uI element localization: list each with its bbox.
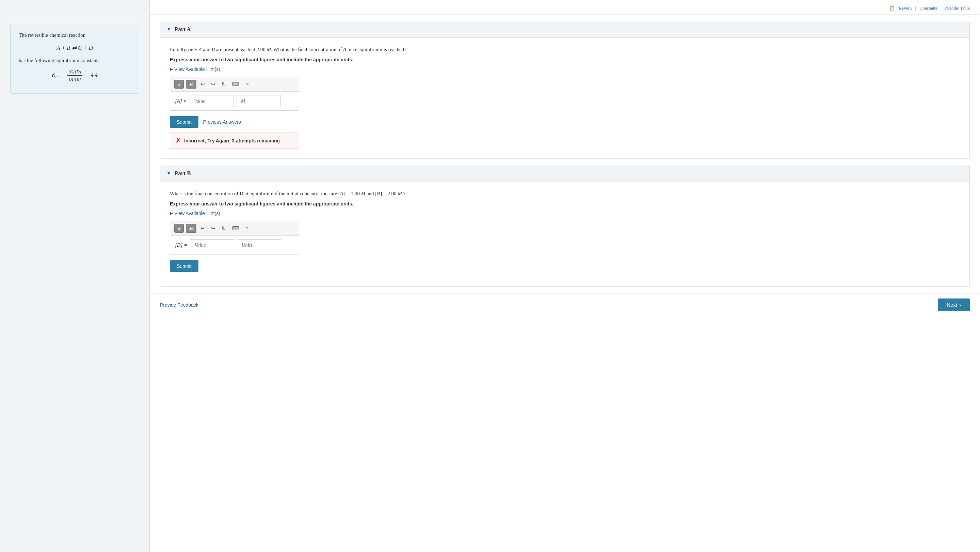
part-a-redo-btn[interactable]: ↪ — [209, 80, 218, 89]
part-a-mu-btn[interactable]: μA — [186, 80, 196, 89]
part-a-units-input[interactable] — [237, 95, 281, 107]
part-b-input-row: [D] = — [170, 236, 299, 255]
part-a-value-input[interactable] — [189, 95, 234, 107]
part-b-keyboard-btn[interactable]: ⌨ — [230, 224, 242, 233]
part-b-mu-icon: μA — [189, 226, 194, 231]
part-b-instruction: Express your answer to two significant f… — [170, 201, 960, 206]
part-a-input-row: [A] = — [170, 92, 299, 110]
part-b-body: What is the final concentration of D at … — [160, 182, 969, 286]
part-a-title: Part A — [175, 26, 191, 33]
part-a-refresh-btn[interactable]: ↻ — [220, 80, 228, 89]
part-a-section: ▼ Part A Initially, only A and B are pre… — [160, 21, 970, 159]
error-text: Incorrect; Try Again; 3 attempts remaini… — [184, 138, 280, 144]
part-b-units-input[interactable] — [237, 239, 281, 251]
mu-icon: μA — [189, 82, 194, 86]
matrix-icon: ⊞ — [177, 82, 181, 86]
part-b-chevron: ▼ — [167, 171, 171, 176]
part-a-header[interactable]: ▼ Part A — [160, 21, 969, 38]
part-a-body: Initially, only A and B are present, eac… — [160, 38, 969, 158]
top-navigation: 📋 Review | Constants | Periodic Table — [150, 3, 980, 14]
periodic-table-link[interactable]: Periodic Table — [944, 5, 970, 11]
separator1: | — [915, 5, 916, 11]
part-a-answer-box: ⊞ μA ↩ ↪ ↻ ⌨ ? [A] = — [170, 77, 299, 111]
error-icon: ✗ — [176, 137, 181, 145]
part-b-hint-link[interactable]: ▶ View Available Hint(s) — [170, 211, 960, 216]
part-b-question: What is the final concentration of D at … — [170, 190, 960, 198]
part-b-undo-btn[interactable]: ↩ — [199, 224, 207, 233]
part-b-mu-btn[interactable]: μA — [186, 224, 196, 233]
part-a-previous-answers-link[interactable]: Previous Answers — [203, 119, 241, 125]
kc-equation: Kc = [C][D] [A][B] = 4.4 — [19, 68, 131, 83]
part-a-answer-label: [A] = — [175, 98, 187, 104]
review-link[interactable]: Review — [899, 5, 913, 11]
part-a-keyboard-btn[interactable]: ⌨ — [230, 80, 242, 89]
part-b-matrix-icon: ⊞ — [177, 226, 181, 231]
part-b-redo-btn[interactable]: ↪ — [209, 224, 218, 233]
part-b-answer-box: ⊞ μA ↩ ↪ ↻ ⌨ ? [D] = — [170, 221, 299, 255]
problem-statement: The reversible chemical reaction A + B ⇌… — [10, 24, 139, 94]
part-b-refresh-btn[interactable]: ↻ — [220, 224, 228, 233]
review-icon: 📋 — [889, 5, 895, 11]
part-a-help-btn[interactable]: ? — [244, 80, 251, 89]
part-b-title: Part B — [175, 170, 191, 177]
separator2: | — [940, 5, 940, 11]
next-button[interactable]: Next › — [938, 298, 970, 311]
bottom-bar: Provide Feedback Next › — [150, 294, 980, 316]
part-b-help-btn[interactable]: ? — [244, 224, 251, 233]
part-b-action-row: Submit — [170, 260, 960, 272]
part-b-toolbar: ⊞ μA ↩ ↪ ↻ ⌨ ? — [170, 221, 299, 236]
part-b-section: ▼ Part B What is the final concentration… — [160, 165, 970, 287]
part-a-submit-button[interactable]: Submit — [170, 116, 199, 128]
part-b-hint-label: View Available Hint(s) — [174, 211, 220, 216]
reaction-equation: A + B ⇌ C + D — [19, 43, 131, 53]
sidebar: The reversible chemical reaction A + B ⇌… — [0, 0, 150, 552]
part-b-hint-triangle: ▶ — [170, 211, 173, 216]
constants-link[interactable]: Constants — [920, 5, 937, 11]
part-b-answer-label: [D] = — [175, 242, 187, 248]
has-text: has the following equilibrium constant: — [19, 56, 131, 65]
part-a-chevron: ▼ — [167, 27, 171, 32]
part-a-question: Initially, only A and B are present, eac… — [170, 45, 960, 54]
part-a-undo-btn[interactable]: ↩ — [199, 80, 207, 89]
part-a-hint-label: View Available Hint(s) — [174, 67, 220, 72]
intro-text: The reversible chemical reaction — [19, 31, 131, 40]
part-b-value-input[interactable] — [190, 239, 234, 251]
next-arrow-icon: › — [959, 302, 961, 308]
part-b-matrix-btn[interactable]: ⊞ — [174, 224, 184, 233]
provide-feedback-link[interactable]: Provide Feedback — [160, 302, 199, 308]
main-content: 📋 Review | Constants | Periodic Table ▼ … — [150, 0, 980, 552]
part-a-toolbar: ⊞ μA ↩ ↪ ↻ ⌨ ? — [170, 77, 299, 92]
part-a-hint-triangle: ▶ — [170, 67, 173, 72]
part-b-submit-button[interactable]: Submit — [170, 260, 199, 272]
part-a-matrix-btn[interactable]: ⊞ — [174, 80, 184, 89]
part-a-instruction: Express your answer to two significant f… — [170, 57, 960, 62]
part-b-header[interactable]: ▼ Part B — [160, 165, 969, 182]
part-a-action-row: Submit Previous Answers — [170, 116, 960, 128]
part-a-error-box: ✗ Incorrect; Try Again; 3 attempts remai… — [170, 132, 299, 149]
part-a-hint-link[interactable]: ▶ View Available Hint(s) — [170, 67, 960, 72]
next-label: Next — [947, 302, 957, 308]
